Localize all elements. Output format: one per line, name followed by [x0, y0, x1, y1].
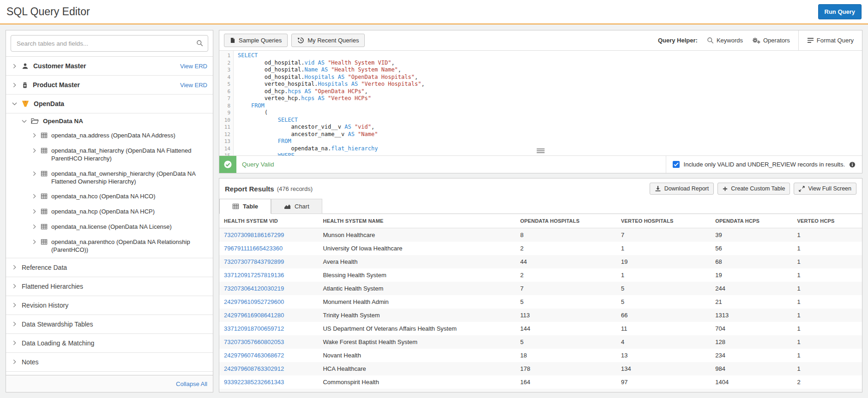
cell: 1313: [711, 309, 792, 322]
tab-chart[interactable]: Chart: [271, 199, 322, 214]
code-line: 4 od_hospital.Hospitals AS "OpenData Hos…: [219, 74, 862, 81]
cell: 18: [516, 349, 616, 362]
grid-icon: [41, 132, 48, 139]
health-system-vid-link[interactable]: 933922385232661343: [224, 379, 284, 386]
health-system-vid-link[interactable]: 732073077843792899: [224, 258, 284, 265]
cell: 1: [793, 282, 862, 295]
sidebar-section-data-stewardship-tables[interactable]: Data Stewardship Tables: [6, 315, 213, 333]
format-query-label: Format Query: [817, 37, 854, 44]
chevron-down-icon: [12, 102, 17, 106]
sidebar-section-reference-data[interactable]: Reference Data: [6, 258, 213, 277]
item-label: opendata_na.flat_hierarchy (OpenData NA …: [51, 147, 203, 163]
item-label: Customer Master: [33, 62, 86, 70]
report-results-panel: Report Results (476 records) Download Re…: [219, 178, 862, 392]
tree-table-opendata-na-flat-ownership-hierarchy[interactable]: opendata_na.flat_ownership_hierarchy (Op…: [6, 166, 213, 190]
cell: 178: [516, 362, 616, 375]
item-label: Notes: [22, 358, 39, 366]
create-custom-table-label: Create Custom Table: [731, 185, 785, 192]
cell: 1: [616, 242, 711, 255]
sidebar-section-opendata[interactable]: OpenData: [6, 94, 213, 113]
tree-table-opendata-na-flat-hierarchy[interactable]: opendata_na.flat_hierarchy (OpenData NA …: [6, 143, 213, 166]
chevron-right-icon: [31, 209, 37, 214]
cell: 704: [711, 322, 792, 335]
opendata-icon: [22, 100, 29, 107]
item-label: opendata_na.license (OpenData NA License…: [51, 223, 172, 231]
sidebar-section-flattened-hierarchies[interactable]: Flattened Hierarchies: [6, 277, 213, 296]
sidebar-section-data-loading-matching[interactable]: Data Loading & Matching: [6, 333, 213, 352]
health-system-vid-link[interactable]: 242979610952729600: [224, 298, 284, 305]
cell: 113: [516, 309, 616, 322]
table-row: 732073057660802053Wake Forest Baptist He…: [219, 335, 862, 349]
results-table-container[interactable]: HEALTH SYSTEM VIDHEALTH SYSTEM NAMEOPEND…: [219, 214, 862, 392]
code-line: 3 od_hospital.Name AS "Health System Nam…: [219, 66, 862, 74]
sidebar-section-my-custom-tables[interactable]: My Custom TablesCreate: [6, 371, 213, 375]
sidebar-section-notes[interactable]: Notes: [6, 352, 213, 371]
health-system-vid-link[interactable]: 242979607463068672: [224, 352, 284, 359]
cell: 1: [793, 228, 862, 242]
cell: 1: [793, 242, 862, 255]
line-number: 6: [219, 88, 230, 95]
sample-queries-button[interactable]: Sample Queries: [224, 34, 288, 47]
health-system-vid-link[interactable]: 337120918700659712: [224, 325, 284, 332]
table-row: 242979610952729600Monument Health Admin5…: [219, 295, 862, 309]
recent-queries-button[interactable]: My Recent Queries: [291, 34, 365, 47]
collapse-all-link[interactable]: Collapse All: [176, 380, 207, 387]
tab-table[interactable]: Table: [219, 199, 271, 214]
health-system-vid-link[interactable]: 732073064120030219: [224, 285, 284, 292]
code-line: 11 ancestor_vid__v AS "vid",: [219, 124, 862, 131]
code-line: 7 verteo_hcp.hcps AS "Verteo HCPs": [219, 95, 862, 102]
cell: Avera Health: [318, 255, 515, 268]
customer-icon: [22, 63, 29, 70]
query-valid-text: Query Valid: [242, 161, 274, 168]
health-system-vid-link[interactable]: 732073098186167299: [224, 232, 284, 238]
sidebar-section-revision-history[interactable]: Revision History: [6, 296, 213, 315]
tree-folder-opendata-na[interactable]: OpenData NA: [6, 113, 213, 128]
item-label: OpenData: [34, 100, 64, 107]
download-report-button[interactable]: Download Report: [650, 183, 714, 195]
tree-table-opendata-na-address[interactable]: opendata_na.address (OpenData NA Address…: [6, 128, 213, 143]
chevron-right-icon: [12, 359, 17, 364]
grid-icon: [41, 223, 48, 230]
sql-code-editor[interactable]: 1SELECT2 od_hospital.vid AS "Health Syst…: [219, 51, 862, 155]
health-system-vid-link[interactable]: 242979616908641280: [224, 312, 284, 319]
results-record-count: (476 records): [277, 185, 313, 192]
health-system-vid-link[interactable]: 242979608763302912: [224, 365, 284, 372]
editor-resize-handle[interactable]: [537, 148, 545, 154]
tree-table-opendata-na-hco[interactable]: opendata_na.hco (OpenData NA HCO): [6, 189, 213, 204]
health-system-vid-link[interactable]: 796791111665423360: [224, 245, 283, 252]
format-query-button[interactable]: Format Query: [807, 37, 854, 44]
cell: Trinity Health System: [318, 309, 515, 322]
view-erd-link[interactable]: View ERD: [180, 63, 207, 70]
sample-queries-label: Sample Queries: [239, 37, 282, 44]
health-system-vid-link[interactable]: 337120917257819136: [224, 272, 284, 279]
code-line: 1SELECT: [219, 52, 862, 59]
keywords-button[interactable]: Keywords: [707, 37, 743, 44]
tree-table-opendata-na-parenthco[interactable]: opendata_na.parenthco (OpenData NA Relat…: [6, 235, 213, 258]
table-row: 732073064120030219Atlantic Health System…: [219, 282, 862, 295]
operators-button[interactable]: Operators: [752, 37, 790, 44]
code-line: 12 ancestor_name__v AS "Name": [219, 131, 862, 138]
line-number: 11: [219, 124, 230, 131]
tree-table-opendata-na-hcp[interactable]: opendata_na.hcp (OpenData NA HCP): [6, 204, 213, 220]
cell: 2: [516, 242, 616, 255]
line-number: 4: [219, 74, 230, 81]
sidebar-section-product-master[interactable]: Product MasterView ERD: [6, 75, 213, 94]
tab-table-label: Table: [243, 203, 258, 210]
cell: Atlantic Health System: [318, 282, 515, 295]
search-icon: [707, 37, 714, 44]
sidebar-section-customer-master[interactable]: Customer MasterView ERD: [6, 57, 213, 75]
info-icon[interactable]: [849, 161, 856, 168]
search-input[interactable]: [11, 35, 208, 52]
view-full-screen-label: View Full Screen: [808, 185, 851, 192]
query-valid-icon: [219, 156, 236, 173]
health-system-vid-link[interactable]: 732073057660802053: [224, 339, 284, 345]
code-line: 8 FROM: [219, 102, 862, 110]
run-query-button[interactable]: Run Query: [818, 4, 862, 19]
filter-label: Include only VALID and UNDER_REVIEW reco…: [684, 161, 845, 168]
valid-records-checkbox[interactable]: [673, 161, 680, 168]
tree-table-opendata-na-license[interactable]: opendata_na.license (OpenData NA License…: [6, 220, 213, 235]
create-custom-table-button[interactable]: Create Custom Table: [717, 183, 790, 195]
view-erd-link[interactable]: View ERD: [180, 82, 207, 89]
line-number: 12: [219, 131, 230, 138]
view-full-screen-button[interactable]: View Full Screen: [794, 183, 856, 195]
